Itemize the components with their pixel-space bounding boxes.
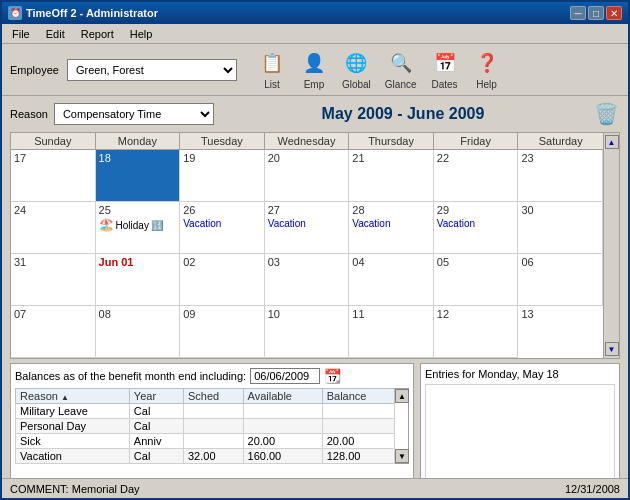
calendar-picker-icon[interactable]: 📆 xyxy=(324,368,341,384)
main-content: Reason Compensatory Time May 2009 - June… xyxy=(2,96,628,500)
balance-date-input[interactable] xyxy=(250,368,320,384)
balances-scroll-down[interactable]: ▼ xyxy=(395,449,409,463)
cal-cell-03[interactable]: 03 xyxy=(265,254,350,306)
menu-file[interactable]: File xyxy=(8,27,34,41)
menu-help[interactable]: Help xyxy=(126,27,157,41)
day-header-tue: Tuesday xyxy=(180,133,265,149)
cal-cell-29[interactable]: 29 Vacation xyxy=(434,202,519,254)
help-button[interactable]: ❓ Help xyxy=(468,46,506,93)
comp-icon: 🔢 xyxy=(151,220,163,231)
cal-cell-jun01[interactable]: Jun 01 xyxy=(96,254,181,306)
scroll-down-button[interactable]: ▼ xyxy=(605,342,619,356)
col-sched[interactable]: Sched xyxy=(183,389,243,404)
reason-cell: Vacation xyxy=(16,449,130,464)
balance-cell: 20.00 xyxy=(322,434,394,449)
toolbar: Employee Green, Forest 📋 List 👤 Emp 🌐 Gl… xyxy=(2,44,628,96)
cal-cell-26[interactable]: 26 Vacation xyxy=(180,202,265,254)
cal-cell-05[interactable]: 05 xyxy=(434,254,519,306)
cal-cell-04[interactable]: 04 xyxy=(349,254,434,306)
calendar-icon-button[interactable]: 🗑️ xyxy=(592,100,620,128)
cal-cell-11[interactable]: 11 xyxy=(349,306,434,358)
year-cell: Cal xyxy=(129,404,183,419)
cal-cell-24[interactable]: 24 xyxy=(11,202,96,254)
vacation-26: Vacation xyxy=(183,218,221,229)
cal-cell-12[interactable]: 12 xyxy=(434,306,519,358)
global-label: Global xyxy=(342,79,371,90)
available-cell: 20.00 xyxy=(243,434,322,449)
minimize-button[interactable]: ─ xyxy=(570,6,586,20)
cal-cell-25[interactable]: 25 🏖️ Holiday 🔢 xyxy=(96,202,181,254)
cal-cell-23[interactable]: 23 xyxy=(518,150,603,202)
status-comment: COMMENT: Memorial Day xyxy=(10,483,140,495)
list-button[interactable]: 📋 List xyxy=(253,46,291,93)
glance-button[interactable]: 🔍 Glance xyxy=(380,46,422,93)
app-title: TimeOff 2 - Administrator xyxy=(26,7,158,19)
available-cell xyxy=(243,419,322,434)
emp-label: Emp xyxy=(304,79,325,90)
sched-cell xyxy=(183,404,243,419)
vacation-28: Vacation xyxy=(352,218,390,229)
cal-cell-02[interactable]: 02 xyxy=(180,254,265,306)
balances-header-text: Balances as of the benefit month end inc… xyxy=(15,370,246,382)
close-button[interactable]: ✕ xyxy=(606,6,622,20)
employee-select[interactable]: Green, Forest xyxy=(67,59,237,81)
cal-cell-19[interactable]: 19 xyxy=(180,150,265,202)
col-year[interactable]: Year xyxy=(129,389,183,404)
menu-bar: File Edit Report Help xyxy=(2,24,628,44)
cal-cell-30[interactable]: 30 xyxy=(518,202,603,254)
help-label: Help xyxy=(476,79,497,90)
dates-button[interactable]: 📅 Dates xyxy=(426,46,464,93)
cal-cell-08[interactable]: 08 xyxy=(96,306,181,358)
col-available[interactable]: Available xyxy=(243,389,322,404)
global-button[interactable]: 🌐 Global xyxy=(337,46,376,93)
cal-cell-07[interactable]: 07 xyxy=(11,306,96,358)
cal-cell-21[interactable]: 21 xyxy=(349,150,434,202)
holiday-text: Holiday xyxy=(116,220,149,231)
day-header-thu: Thursday xyxy=(349,133,434,149)
entries-header: Entries for Monday, May 18 xyxy=(425,368,615,380)
day-header-sun: Sunday xyxy=(11,133,96,149)
emp-button[interactable]: 👤 Emp xyxy=(295,46,333,93)
table-row: Vacation Cal 32.00 160.00 128.00 xyxy=(16,449,395,464)
cal-cell-06[interactable]: 06 xyxy=(518,254,603,306)
title-bar: ⏰ TimeOff 2 - Administrator ─ □ ✕ xyxy=(2,2,628,24)
balance-cell: 128.00 xyxy=(322,449,394,464)
table-row: Military Leave Cal xyxy=(16,404,395,419)
cal-cell-13[interactable]: 13 xyxy=(518,306,603,358)
cal-cell-27[interactable]: 27 Vacation xyxy=(265,202,350,254)
cal-cell-31[interactable]: 31 xyxy=(11,254,96,306)
cal-cell-17[interactable]: 17 xyxy=(11,150,96,202)
day-header-mon: Monday xyxy=(96,133,181,149)
reason-label: Reason xyxy=(10,108,48,120)
cal-cell-22[interactable]: 22 xyxy=(434,150,519,202)
cal-cell-18[interactable]: 18 xyxy=(96,150,181,202)
table-row: Sick Anniv 20.00 20.00 xyxy=(16,434,395,449)
list-icon: 📋 xyxy=(258,49,286,77)
cal-cell-28[interactable]: 28 Vacation xyxy=(349,202,434,254)
employee-label: Employee xyxy=(10,64,59,76)
balances-scroll-up[interactable]: ▲ xyxy=(395,389,409,403)
cal-cell-09[interactable]: 09 xyxy=(180,306,265,358)
scroll-up-button[interactable]: ▲ xyxy=(605,135,619,149)
reason-cell: Military Leave xyxy=(16,404,130,419)
col-balance[interactable]: Balance xyxy=(322,389,394,404)
status-bar: COMMENT: Memorial Day 12/31/2008 xyxy=(2,478,628,498)
balance-cell xyxy=(322,419,394,434)
entries-content xyxy=(425,384,615,484)
glance-icon: 🔍 xyxy=(387,49,415,77)
cal-cell-20[interactable]: 20 xyxy=(265,150,350,202)
dates-icon: 📅 xyxy=(431,49,459,77)
reason-select[interactable]: Compensatory Time xyxy=(54,103,214,125)
col-reason[interactable]: Reason ▲ xyxy=(16,389,130,404)
app-window: ⏰ TimeOff 2 - Administrator ─ □ ✕ File E… xyxy=(0,0,630,500)
menu-report[interactable]: Report xyxy=(77,27,118,41)
reason-cell: Sick xyxy=(16,434,130,449)
calendar-grid-container: Sunday Monday Tuesday Wednesday Thursday… xyxy=(10,132,604,359)
menu-edit[interactable]: Edit xyxy=(42,27,69,41)
table-row: Personal Day Cal xyxy=(16,419,395,434)
balance-cell xyxy=(322,404,394,419)
maximize-button[interactable]: □ xyxy=(588,6,604,20)
list-label: List xyxy=(264,79,280,90)
cal-cell-10[interactable]: 10 xyxy=(265,306,350,358)
reason-cell: Personal Day xyxy=(16,419,130,434)
